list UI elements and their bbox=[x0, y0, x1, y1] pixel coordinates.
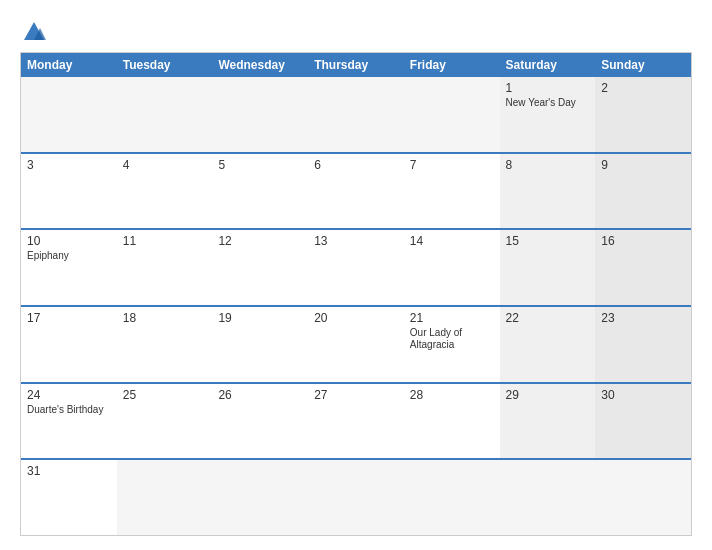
calendar-cell: 4 bbox=[117, 154, 213, 229]
holiday-label: Epiphany bbox=[27, 250, 111, 262]
calendar-cell: 12 bbox=[212, 230, 308, 305]
calendar-row: 31 bbox=[21, 458, 691, 535]
day-number: 3 bbox=[27, 158, 111, 172]
day-number: 15 bbox=[506, 234, 590, 248]
calendar-cell: 1New Year's Day bbox=[500, 77, 596, 152]
calendar-cell: 7 bbox=[404, 154, 500, 229]
day-number: 31 bbox=[27, 464, 111, 478]
day-number: 16 bbox=[601, 234, 685, 248]
day-number: 11 bbox=[123, 234, 207, 248]
calendar-cell: 28 bbox=[404, 384, 500, 459]
day-number: 12 bbox=[218, 234, 302, 248]
calendar-cell bbox=[404, 460, 500, 535]
day-number: 22 bbox=[506, 311, 590, 325]
day-number: 20 bbox=[314, 311, 398, 325]
calendar-cell: 19 bbox=[212, 307, 308, 382]
weekday-tuesday: Tuesday bbox=[117, 53, 213, 77]
holiday-label: Our Lady of Altagracia bbox=[410, 327, 494, 351]
calendar-cell: 3 bbox=[21, 154, 117, 229]
calendar-cell bbox=[308, 77, 404, 152]
weekday-monday: Monday bbox=[21, 53, 117, 77]
calendar-cell: 24Duarte's Birthday bbox=[21, 384, 117, 459]
logo-icon bbox=[22, 18, 46, 42]
calendar-cell bbox=[117, 460, 213, 535]
calendar-cell: 15 bbox=[500, 230, 596, 305]
day-number: 7 bbox=[410, 158, 494, 172]
calendar-cell: 10Epiphany bbox=[21, 230, 117, 305]
calendar-cell: 25 bbox=[117, 384, 213, 459]
weekday-wednesday: Wednesday bbox=[212, 53, 308, 77]
day-number: 28 bbox=[410, 388, 494, 402]
calendar-cell: 21Our Lady of Altagracia bbox=[404, 307, 500, 382]
calendar-cell bbox=[595, 460, 691, 535]
calendar-cell bbox=[500, 460, 596, 535]
weekday-friday: Friday bbox=[404, 53, 500, 77]
day-number: 29 bbox=[506, 388, 590, 402]
calendar-cell: 8 bbox=[500, 154, 596, 229]
calendar-row: 10Epiphany111213141516 bbox=[21, 228, 691, 305]
calendar-cell bbox=[21, 77, 117, 152]
day-number: 17 bbox=[27, 311, 111, 325]
day-number: 24 bbox=[27, 388, 111, 402]
page: Monday Tuesday Wednesday Thursday Friday… bbox=[0, 0, 712, 550]
calendar-cell: 20 bbox=[308, 307, 404, 382]
calendar-row: 1New Year's Day2 bbox=[21, 77, 691, 152]
calendar-cell: 2 bbox=[595, 77, 691, 152]
calendar-cell: 29 bbox=[500, 384, 596, 459]
day-number: 9 bbox=[601, 158, 685, 172]
calendar-cell: 5 bbox=[212, 154, 308, 229]
calendar-cell: 26 bbox=[212, 384, 308, 459]
header bbox=[20, 18, 692, 42]
holiday-label: Duarte's Birthday bbox=[27, 404, 111, 416]
day-number: 23 bbox=[601, 311, 685, 325]
logo bbox=[20, 18, 46, 42]
calendar-cell: 22 bbox=[500, 307, 596, 382]
calendar-header: Monday Tuesday Wednesday Thursday Friday… bbox=[21, 53, 691, 77]
calendar-cell: 13 bbox=[308, 230, 404, 305]
day-number: 1 bbox=[506, 81, 590, 95]
day-number: 14 bbox=[410, 234, 494, 248]
calendar-body: 1New Year's Day2345678910Epiphany1112131… bbox=[21, 77, 691, 535]
calendar-cell: 16 bbox=[595, 230, 691, 305]
day-number: 21 bbox=[410, 311, 494, 325]
calendar-cell: 14 bbox=[404, 230, 500, 305]
weekday-sunday: Sunday bbox=[595, 53, 691, 77]
weekday-saturday: Saturday bbox=[500, 53, 596, 77]
day-number: 2 bbox=[601, 81, 685, 95]
calendar-cell bbox=[212, 77, 308, 152]
day-number: 30 bbox=[601, 388, 685, 402]
calendar-cell bbox=[117, 77, 213, 152]
day-number: 19 bbox=[218, 311, 302, 325]
day-number: 10 bbox=[27, 234, 111, 248]
day-number: 6 bbox=[314, 158, 398, 172]
calendar-row: 24Duarte's Birthday252627282930 bbox=[21, 382, 691, 459]
holiday-label: New Year's Day bbox=[506, 97, 590, 109]
calendar-cell: 11 bbox=[117, 230, 213, 305]
calendar-cell bbox=[212, 460, 308, 535]
day-number: 25 bbox=[123, 388, 207, 402]
calendar-cell: 30 bbox=[595, 384, 691, 459]
calendar-cell: 27 bbox=[308, 384, 404, 459]
day-number: 27 bbox=[314, 388, 398, 402]
day-number: 26 bbox=[218, 388, 302, 402]
calendar-cell: 23 bbox=[595, 307, 691, 382]
weekday-thursday: Thursday bbox=[308, 53, 404, 77]
calendar-row: 1718192021Our Lady of Altagracia2223 bbox=[21, 305, 691, 382]
calendar-cell bbox=[308, 460, 404, 535]
day-number: 5 bbox=[218, 158, 302, 172]
day-number: 8 bbox=[506, 158, 590, 172]
calendar-row: 3456789 bbox=[21, 152, 691, 229]
calendar-cell: 17 bbox=[21, 307, 117, 382]
calendar-cell bbox=[404, 77, 500, 152]
calendar: Monday Tuesday Wednesday Thursday Friday… bbox=[20, 52, 692, 536]
calendar-cell: 9 bbox=[595, 154, 691, 229]
day-number: 4 bbox=[123, 158, 207, 172]
calendar-cell: 18 bbox=[117, 307, 213, 382]
calendar-cell: 31 bbox=[21, 460, 117, 535]
day-number: 18 bbox=[123, 311, 207, 325]
day-number: 13 bbox=[314, 234, 398, 248]
calendar-cell: 6 bbox=[308, 154, 404, 229]
